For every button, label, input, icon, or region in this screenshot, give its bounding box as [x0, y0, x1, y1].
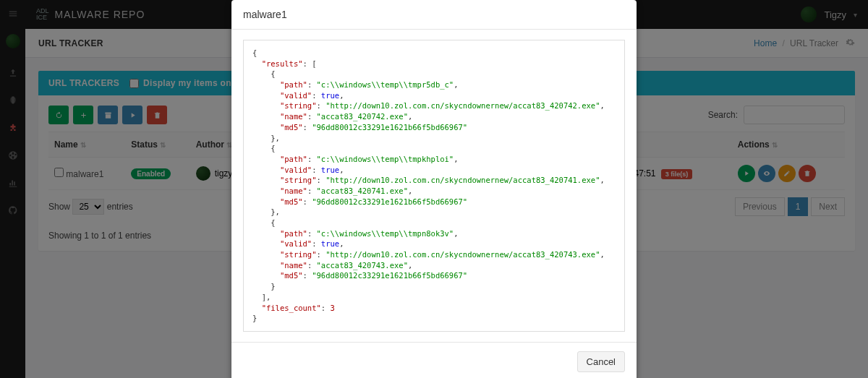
modal: malware1 { "results": [ { "path": "c:\\w… — [231, 0, 637, 378]
cancel-button[interactable]: Cancel — [577, 351, 625, 372]
json-output: { "results": [ { "path": "c:\\windows\\t… — [243, 40, 625, 332]
modal-title: malware1 — [231, 0, 637, 30]
